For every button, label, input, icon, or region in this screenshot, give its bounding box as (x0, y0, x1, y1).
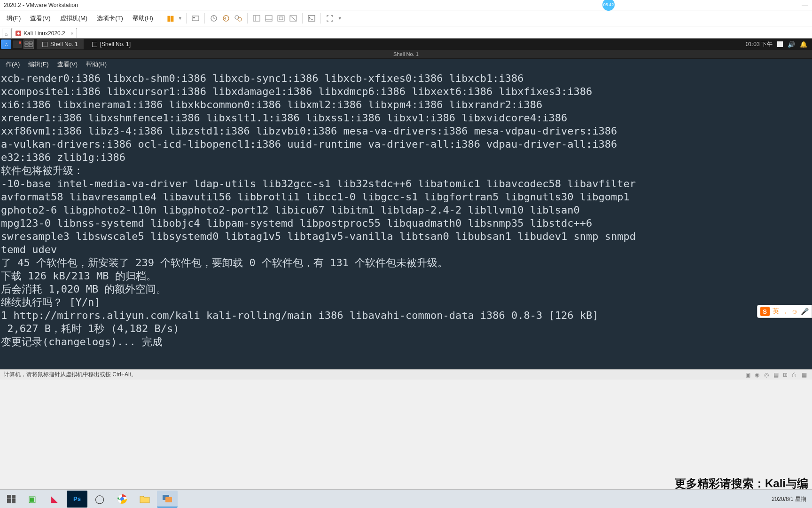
status-text: 计算机，请将鼠标指针从虚拟机中移出或按 Ctrl+Alt。 (4, 371, 137, 379)
status-device-icon[interactable]: ▣ (745, 372, 752, 378)
view-quick-icon[interactable] (276, 13, 286, 24)
clock-badge: 05:42 (602, 0, 615, 11)
status-device-icon[interactable]: ◎ (764, 372, 771, 378)
svg-rect-16 (29, 42, 32, 44)
menu-tabs[interactable]: 选项卡(T) (93, 12, 127, 24)
status-device-icon[interactable]: ⊞ (783, 372, 789, 378)
taskbar-explorer[interactable] (134, 491, 155, 508)
view-side-icon[interactable] (251, 13, 262, 24)
view-unity-icon[interactable] (288, 13, 298, 24)
vm-tab-kali[interactable]: ◆ Kali Linux2020.2 × (11, 28, 77, 38)
terminal-line: swresample3 libswscale5 libsystemd0 libt… (1, 230, 811, 243)
status-device-icon[interactable]: ⎙ (792, 372, 799, 378)
term-menu-edit[interactable]: 编辑(E) (24, 59, 52, 70)
taskbar-photoshop[interactable]: Ps (67, 491, 87, 508)
home-tab[interactable]: ⌂ (2, 29, 10, 38)
notifications-icon[interactable]: 🔔 (800, 41, 807, 48)
separator (302, 13, 303, 24)
terminal-line: mpg123-0 libnss-systemd libobjc4 libpam-… (1, 217, 811, 230)
taskbar-datetime[interactable]: 2020/8/1 星期 (772, 496, 806, 502)
taskbar-chrome[interactable] (112, 491, 133, 508)
terminal-line: 后会消耗 1,020 MB 的额外空间。 (1, 283, 811, 296)
terminal-line: gphoto2-6 libgphoto2-l10n libgphoto2-por… (1, 204, 811, 217)
svg-rect-11 (279, 17, 283, 20)
windows-taskbar: ▣ ◣ Ps ◯ 2020/8/1 星期 (0, 489, 812, 508)
term-menu-file[interactable]: 作(A) (2, 59, 23, 70)
window-label: Shell No. 1 (50, 41, 78, 48)
snapshot-manager-icon[interactable] (233, 13, 243, 24)
snapshot-take-icon[interactable] (209, 13, 219, 24)
separator (247, 13, 248, 24)
panel-kali-menu[interactable]: ∴ (1, 40, 11, 49)
taskbar-app-red[interactable]: ◣ (44, 491, 65, 508)
terminal-menubar: 作(A) 编辑(E) 查看(V) 帮助(H) (0, 59, 812, 70)
panel-window-shell-1[interactable]: Shell No. 1 (37, 39, 84, 49)
term-menu-help[interactable]: 帮助(H) (82, 59, 110, 70)
taskbar-obs[interactable]: ◯ (89, 491, 110, 508)
taskbar-wechat[interactable]: ▣ (22, 491, 42, 508)
svg-rect-18 (29, 45, 32, 47)
svg-rect-14 (308, 16, 315, 21)
terminal-line: 了 45 个软件包，新安装了 239 个软件包，要卸载 0 个软件包，有 131… (1, 256, 811, 270)
terminal-line: 变更记录(changelogs)... 完成 (1, 335, 811, 349)
ime-punct[interactable]: ， (782, 307, 789, 316)
menu-vm[interactable]: 虚拟机(M) (56, 12, 92, 24)
terminal-line: xcb-render0:i386 libxcb-shm0:i386 libxcb… (1, 72, 811, 85)
menu-help[interactable]: 帮助(H) (129, 12, 157, 24)
start-button[interactable] (2, 491, 21, 508)
menu-view[interactable]: 查看(V) (26, 12, 54, 24)
minimize-button[interactable]: — (802, 1, 808, 9)
status-device-icon[interactable]: ▦ (802, 372, 808, 378)
vmware-menubar: 辑(E) 查看(V) 虚拟机(M) 选项卡(T) 帮助(H) ▮▮ ▼ ▼ (0, 10, 812, 26)
ime-logo-icon[interactable]: S (760, 307, 770, 316)
panel-tray-box[interactable] (777, 41, 783, 47)
send-ctrl-alt-del-icon[interactable] (190, 13, 201, 24)
taskbar-vmware[interactable] (157, 491, 178, 508)
separator (161, 13, 161, 24)
ime-toolbar[interactable]: S 英 ， ☺ 🎤 (757, 305, 812, 318)
view-bottom-icon[interactable] (264, 13, 274, 24)
svg-rect-10 (278, 16, 284, 21)
volume-icon[interactable]: 🔊 (788, 41, 795, 48)
snapshot-revert-icon[interactable] (221, 13, 231, 24)
terminal-titlebar[interactable]: Shell No. 1 (0, 50, 812, 59)
windows-logo-icon (7, 495, 16, 503)
svg-rect-8 (265, 16, 272, 21)
window-title: 2020.2 - VMware Workstation (4, 2, 78, 8)
panel-window-shell-1b[interactable]: [Shell No. 1] (86, 39, 136, 49)
terminal-line: 2,627 B，耗时 1秒 (4,182 B/s) (1, 322, 811, 335)
pause-dropdown[interactable]: ▼ (178, 16, 182, 21)
svg-rect-15 (25, 42, 28, 44)
pause-button[interactable]: ▮▮ (165, 13, 175, 24)
status-device-icon[interactable]: ◉ (755, 372, 761, 378)
terminal-output[interactable]: xcb-render0:i386 libxcb-shm0:i386 libxcb… (0, 70, 812, 369)
terminal-line: 1 http://mirrors.aliyun.com/kali kali-ro… (1, 309, 811, 322)
svg-point-5 (238, 17, 242, 21)
svg-rect-1 (193, 17, 195, 18)
terminal-line: e32:i386 zlib1g:i386 (1, 151, 811, 164)
ime-lang[interactable]: 英 (773, 307, 779, 316)
ime-mic-icon[interactable]: 🎤 (801, 308, 809, 315)
status-device-icon[interactable]: ▤ (773, 372, 780, 378)
tab-close-button[interactable]: × (70, 31, 73, 36)
separator (320, 13, 321, 24)
fullscreen-dropdown[interactable]: ▼ (338, 16, 342, 21)
ime-emoji-icon[interactable]: ☺ (791, 308, 798, 315)
console-icon[interactable] (306, 13, 317, 24)
terminal-line: temd udev (1, 243, 811, 256)
menu-edit[interactable]: 辑(E) (3, 12, 24, 24)
terminal-line: avformat58 libavresample4 libavutil56 li… (1, 190, 811, 204)
vmware-tabbar: ⌂ ◆ Kali Linux2020.2 × (0, 26, 812, 39)
term-menu-view[interactable]: 查看(V) (54, 59, 81, 70)
vm-tab-icon: ◆ (16, 31, 21, 36)
svg-rect-17 (25, 45, 28, 47)
window-icon (42, 42, 47, 47)
panel-workspace[interactable] (23, 40, 34, 49)
vm-tab-label: Kali Linux2020.2 (23, 30, 65, 37)
panel-clock[interactable]: 01:03 下午 (746, 40, 773, 48)
terminal-line: 下载 126 kB/213 MB 的归档。 (1, 270, 811, 283)
svg-line-13 (290, 16, 297, 21)
separator (204, 13, 205, 24)
panel-app-1[interactable] (12, 40, 23, 49)
fullscreen-icon[interactable] (325, 13, 335, 24)
